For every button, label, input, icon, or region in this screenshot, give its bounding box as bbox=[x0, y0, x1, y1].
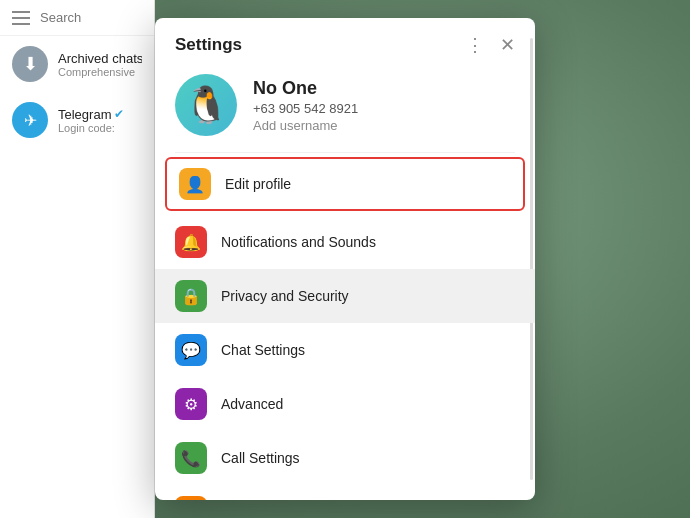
verified-badge: ✔ bbox=[114, 107, 124, 121]
call-settings-label: Call Settings bbox=[221, 450, 515, 466]
profile-section: 🐧 No One +63 905 542 8921 Add username bbox=[155, 66, 535, 152]
modal-title: Settings bbox=[175, 35, 242, 55]
archived-text: Archived chats Comprehensive bbox=[58, 51, 142, 78]
profile-username[interactable]: Add username bbox=[253, 118, 515, 133]
notifications-icon: 🔔 bbox=[175, 226, 207, 258]
archived-sub: Comprehensive bbox=[58, 66, 142, 78]
menu-item-edit-profile[interactable]: 👤Edit profile bbox=[165, 157, 525, 211]
chat-settings-icon: 💬 bbox=[175, 334, 207, 366]
profile-avatar: 🐧 bbox=[175, 74, 237, 136]
profile-info: No One +63 905 542 8921 Add username bbox=[253, 78, 515, 133]
modal-header-actions: ⋮ ✕ bbox=[462, 32, 519, 58]
menu-item-call-settings[interactable]: 📞Call Settings bbox=[155, 431, 535, 485]
archived-name: Archived chats bbox=[58, 51, 142, 66]
hamburger-icon[interactable] bbox=[12, 11, 30, 25]
advanced-icon: ⚙ bbox=[175, 388, 207, 420]
settings-modal: Settings ⋮ ✕ 🐧 No One +63 905 542 8921 A… bbox=[155, 18, 535, 500]
sidebar: ⬇ Archived chats Comprehensive ✈ Telegra… bbox=[0, 0, 155, 518]
advanced-label: Advanced bbox=[221, 396, 515, 412]
battery-icon: 🔋 bbox=[175, 496, 207, 500]
edit-profile-label: Edit profile bbox=[225, 176, 511, 192]
edit-profile-icon: 👤 bbox=[179, 168, 211, 200]
menu-item-battery[interactable]: 🔋Battery and Animations bbox=[155, 485, 535, 500]
archived-avatar: ⬇ bbox=[12, 46, 48, 82]
chat-settings-label: Chat Settings bbox=[221, 342, 515, 358]
sidebar-item-telegram[interactable]: ✈ Telegram ✔ Login code: bbox=[0, 92, 154, 148]
menu-item-notifications[interactable]: 🔔Notifications and Sounds bbox=[155, 215, 535, 269]
notifications-label: Notifications and Sounds bbox=[221, 234, 515, 250]
telegram-sub: Login code: bbox=[58, 122, 142, 134]
privacy-label: Privacy and Security bbox=[221, 288, 515, 304]
profile-phone: +63 905 542 8921 bbox=[253, 101, 515, 116]
modal-header: Settings ⋮ ✕ bbox=[155, 18, 535, 66]
profile-name: No One bbox=[253, 78, 515, 99]
more-button[interactable]: ⋮ bbox=[462, 32, 488, 58]
menu-item-privacy[interactable]: 🔒Privacy and Security bbox=[155, 269, 535, 323]
privacy-icon: 🔒 bbox=[175, 280, 207, 312]
menu-item-chat-settings[interactable]: 💬Chat Settings bbox=[155, 323, 535, 377]
sidebar-item-archived[interactable]: ⬇ Archived chats Comprehensive bbox=[0, 36, 154, 92]
telegram-text: Telegram ✔ Login code: bbox=[58, 107, 142, 134]
telegram-name: Telegram ✔ bbox=[58, 107, 142, 122]
telegram-avatar: ✈ bbox=[12, 102, 48, 138]
menu-item-advanced[interactable]: ⚙Advanced bbox=[155, 377, 535, 431]
close-button[interactable]: ✕ bbox=[496, 32, 519, 58]
call-settings-icon: 📞 bbox=[175, 442, 207, 474]
sidebar-header bbox=[0, 0, 154, 36]
menu-list: 👤Edit profile🔔Notifications and Sounds🔒P… bbox=[155, 153, 535, 500]
